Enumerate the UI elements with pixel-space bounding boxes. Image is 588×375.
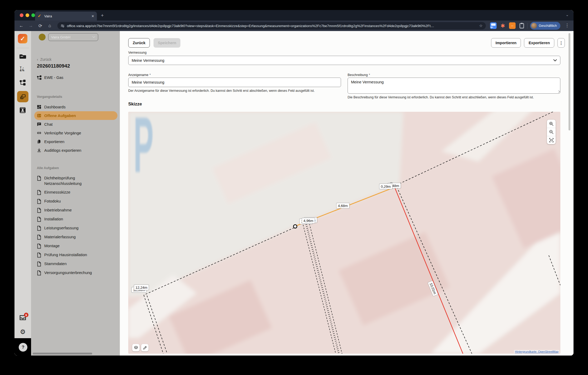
sidebar-item-exportieren[interactable]: Exportieren <box>34 137 117 146</box>
browser-menu-icon[interactable]: ⋮ <box>565 23 569 28</box>
map-attribution-link[interactable]: Hintergrundkarte: OpenStreetMap <box>514 350 559 353</box>
sidebar-item-offene-aufgaben[interactable]: Offene Aufgaben <box>34 111 117 120</box>
rail-item-instances-active[interactable] <box>17 91 28 102</box>
document-icon <box>37 190 41 195</box>
document-icon <box>37 217 41 222</box>
task-item-fotodoku[interactable]: Fotodoku <box>34 197 117 206</box>
document-icon <box>37 208 41 213</box>
toolbar-divider <box>527 23 527 29</box>
sidebar-item-label: Verknüpfte Vorgänge <box>44 131 81 135</box>
reload-icon[interactable]: ⟳ <box>36 23 45 29</box>
tab-close-icon[interactable]: ✕ <box>91 14 94 18</box>
extension-badge: 8+ <box>491 26 493 29</box>
sketch-map[interactable]: P <box>128 112 560 354</box>
task-item-montage[interactable]: Montage <box>34 241 117 250</box>
sidebar-item-label: Chat <box>44 122 53 126</box>
tab-vaira[interactable]: ✓ Vaira ✕ <box>35 12 97 21</box>
sidebar-item-chat[interactable]: Chat <box>34 120 117 129</box>
extension-sprocket-icon[interactable]: ✱ <box>500 22 506 29</box>
address-bar[interactable]: office.vaira.app/o/c7be7mnm5f1rdro8tg2g/… <box>57 22 486 29</box>
beschreibung-help: Die Beschreibung für diese Vermessung is… <box>348 95 564 99</box>
zoom-window-button[interactable] <box>31 13 35 17</box>
org-name: Vaira GmbH <box>51 35 90 39</box>
task-item-leistungserfassung[interactable]: Leistungserfassung <box>34 224 117 232</box>
content-scrollbar[interactable] <box>569 33 570 130</box>
org-select[interactable]: Vaira GmbH <box>48 33 98 41</box>
zoom-out-icon <box>549 130 554 134</box>
tab-search-icon[interactable]: ⌄ <box>566 13 569 17</box>
layers-button[interactable] <box>132 344 140 351</box>
task-item-installation[interactable]: Installation <box>34 215 117 224</box>
task-item-materialerfassung[interactable]: Materialerfassung <box>34 232 117 241</box>
sidebar-item-auditlogs[interactable]: Auditlogs exportieren <box>34 146 117 155</box>
export-pages-icon <box>37 139 41 144</box>
document-icon <box>37 261 41 267</box>
vaira-favicon-icon: ✓ <box>38 14 42 18</box>
task-item-inbetriebnahme[interactable]: Inbetriebnahme <box>34 206 117 215</box>
settings-gear-icon[interactable]: ⚙ <box>14 328 31 336</box>
zoom-out-button[interactable] <box>547 128 556 136</box>
vermessung-select[interactable]: Meine Vermessung <box>128 56 560 65</box>
extension-blue-art <box>491 23 496 26</box>
symbol-pct: % <box>22 69 24 72</box>
task-item-pruefung-hausinstallation[interactable]: Prüfung Hausinstallation <box>34 250 117 259</box>
vermessung-value: Meine Vermessung <box>132 58 164 63</box>
step-actions: Zurück Speichern <box>128 38 180 48</box>
beschreibung-label-text: Beschreibung <box>348 73 368 77</box>
map-zoom-controls <box>547 120 556 144</box>
task-item-stammdaten[interactable]: Stammdaten <box>34 259 117 268</box>
exportieren-button[interactable]: Exportieren <box>524 38 554 48</box>
pencil-icon <box>143 346 147 350</box>
home-icon[interactable]: ⌂ <box>45 23 55 28</box>
forms-symbols-icon[interactable]: T♪&% <box>20 67 24 72</box>
importieren-button[interactable]: Importieren <box>491 38 521 48</box>
new-tab-button[interactable]: + <box>101 13 104 18</box>
back-link[interactable]: ‹ Zurück <box>37 57 51 62</box>
rail-divider <box>17 48 29 48</box>
sidebar-item-verknuepfte-vorgaenge[interactable]: Verknüpfte Vorgänge <box>34 129 117 137</box>
org-avatar <box>39 34 46 40</box>
extension-orange-icon[interactable]: ◦◦ <box>509 22 516 29</box>
notifications-inbox[interactable]: 6 <box>19 315 26 322</box>
panel-horizontal-scrollbar[interactable] <box>33 353 92 354</box>
forward-icon[interactable]: → <box>26 23 36 28</box>
help-button[interactable]: ? <box>19 343 27 352</box>
task-item-einmessskizze[interactable]: Einmessskizze <box>34 188 117 197</box>
anzeigename-input[interactable] <box>128 78 341 87</box>
minimize-window-button[interactable] <box>26 13 29 17</box>
extension-clipboard-icon[interactable] <box>518 22 525 29</box>
task-item-versorgungsunterbrechung[interactable]: Versorgungsunterbrechung <box>34 268 117 277</box>
io-actions: Importieren Exportieren ⋮ <box>491 38 565 48</box>
workflow-icon[interactable] <box>14 79 31 86</box>
red-measure-line[interactable] <box>395 187 463 354</box>
zurueck-button[interactable]: Zurück <box>128 38 150 48</box>
contacts-icon[interactable] <box>14 107 31 114</box>
task-item-dichtheitspruefung[interactable]: Dichtheitsprüfung Netzanschlussleitung <box>34 174 117 188</box>
speichern-button[interactable]: Speichern <box>154 38 180 48</box>
close-window-button[interactable] <box>20 13 23 17</box>
sidebar-item-dashboards[interactable]: Dashboards <box>34 103 117 111</box>
measure-label: 0,29m <box>379 184 392 189</box>
document-icon <box>37 244 41 249</box>
profile-chip[interactable]: Geschäftlich <box>530 22 560 30</box>
beschreibung-textarea[interactable]: Meine Vermessung <box>348 78 560 94</box>
url-text: office.vaira.app/o/c7be7mnm5f1rdro8tg2g/… <box>67 24 477 28</box>
section-vorgangsdetails: Vorgangsdetails <box>37 95 62 99</box>
draw-button[interactable] <box>141 344 149 351</box>
details-nav: Dashboards Offene Aufgaben <box>34 103 117 155</box>
more-options-button[interactable]: ⋮ <box>557 38 565 48</box>
download-icon <box>37 148 41 153</box>
zoom-in-icon <box>549 121 554 126</box>
zoom-in-button[interactable] <box>547 120 556 128</box>
bookmark-star-icon[interactable]: ☆ <box>479 23 483 28</box>
fit-extent-button[interactable] <box>547 136 556 144</box>
anzeigename-label-text: Anzeigename <box>128 73 148 77</box>
point-marker[interactable] <box>294 225 297 228</box>
layers-icon <box>134 346 138 350</box>
extension-blue-icon[interactable]: 8+ <box>490 22 497 29</box>
site-settings-icon[interactable] <box>61 24 65 28</box>
vaira-logo[interactable]: ✓ <box>18 34 27 43</box>
extension-icons: 8+ ✱ ◦◦ <box>490 22 525 29</box>
projects-folder-icon[interactable] <box>14 53 31 60</box>
back-icon[interactable]: ← <box>17 23 26 28</box>
